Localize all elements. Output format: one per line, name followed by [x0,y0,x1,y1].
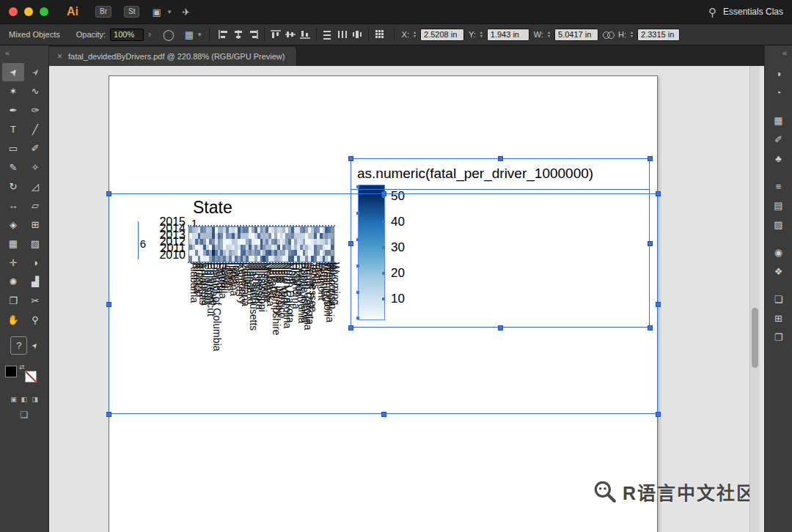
tool-rectangle[interactable]: ▭ [2,139,24,158]
draw-inside-icon[interactable]: ◨ [32,396,38,403]
align-vertical-center-icon[interactable] [284,29,297,40]
h-stepper[interactable]: ▴▾ [631,31,633,38]
tool-direct-selection[interactable]: ➢ [24,63,46,81]
tool-blend[interactable]: ◑ [24,254,46,272]
panel-swatches-icon[interactable]: ▦ [769,111,788,129]
tool-shape-builder[interactable]: ◈ [2,215,24,234]
selection-handle[interactable] [106,412,111,417]
tool-type[interactable]: T [2,120,24,138]
panel-appearance-icon[interactable]: ◉ [769,243,788,261]
recolor-artwork-icon[interactable]: ◯ [163,29,175,40]
constrain-proportions-icon[interactable] [603,31,614,39]
document-tab[interactable]: × fatal_devidedByDrivers.pdf @ 220.88% (… [49,47,297,66]
arrange-documents-chevron-icon[interactable]: ▾ [168,8,172,15]
selection-handle[interactable] [656,191,661,196]
w-field[interactable]: 5.0417 in [554,29,598,41]
transform-menu-chevron-icon[interactable]: ▾ [198,31,202,38]
workspace-switcher[interactable]: Essentials Clas [723,7,783,17]
selection-handle[interactable] [348,241,353,246]
tool-pencil[interactable]: ✎ [2,158,24,177]
tool-pen[interactable]: ✒ [2,101,24,119]
tool-column-graph[interactable]: ▟ [24,273,46,291]
opacity-field[interactable]: 100% [110,29,144,41]
selection-handle[interactable] [656,412,661,417]
tool-paintbrush[interactable]: ✐ [24,139,46,158]
tool-panel-collapse[interactable]: « [0,45,48,63]
tool-lasso[interactable]: ∿ [24,82,46,100]
panel-layers-icon[interactable]: ❏ [769,290,788,308]
panel-artboards-icon[interactable]: ⊞ [769,309,788,327]
scrollbar-thumb[interactable] [752,308,758,368]
panel-brushes-icon[interactable]: ✐ [769,130,788,148]
x-stepper[interactable]: ▴▾ [414,31,416,38]
tool-line-segment[interactable]: ╱ [24,120,46,138]
align-vertical-top-icon[interactable] [269,29,282,40]
share-icon[interactable]: ✈ [182,7,190,17]
panel-transparency-icon[interactable]: ▨ [769,215,788,233]
align-options-icon[interactable] [373,29,386,40]
distribute-horizontal-icon[interactable] [336,29,349,40]
fill-swatch[interactable] [5,366,17,377]
panel-asset-export-icon[interactable]: ❐ [769,328,788,346]
transform-menu-icon[interactable]: ▦ [185,30,194,40]
panel-gradient-icon[interactable]: ▤ [769,196,788,214]
selection-handle[interactable] [648,325,653,330]
selection-handle[interactable] [381,412,386,417]
tool-rotate[interactable]: ↻ [2,177,24,196]
align-horizontal-left-icon[interactable] [217,29,230,40]
state-axis-labels[interactable]: AlabamaAlaskaArizonaArkansasCaliforniaCo… [189,262,343,464]
tool-shaper[interactable]: ✧ [24,158,46,177]
axis-title-state[interactable]: State [193,198,232,218]
tool-symbol-sprayer[interactable]: ✺ [2,273,24,291]
distribute-vertical-icon[interactable] [321,29,334,40]
panel-stroke-icon[interactable]: ≡ [769,177,788,195]
tool-curvature[interactable]: ✑ [24,101,46,119]
tool-mesh[interactable]: ▦ [2,234,24,253]
draw-normal-icon[interactable]: ▣ [10,396,17,403]
tool-perspective-grid[interactable]: ⊞ [24,215,46,234]
year-axis-labels[interactable]: 2015201420132012201120101612 [136,216,188,265]
selection-handle[interactable] [348,156,353,161]
close-window-button[interactable] [9,7,18,16]
selection-handle[interactable] [656,302,661,307]
panel-color-guide-icon[interactable]: ◔ [769,84,788,101]
selection-handle[interactable] [381,191,386,196]
missing-tool-placeholder[interactable]: ? [10,336,27,355]
screen-mode-icon[interactable]: ❏ [0,410,48,420]
h-field[interactable]: 2.3315 in [637,29,680,41]
selection-handle[interactable] [648,156,653,161]
panel-symbols-icon[interactable]: ♣ [769,149,788,167]
panel-graphic-styles-icon[interactable]: ❖ [769,262,788,280]
align-horizontal-right-icon[interactable] [246,29,260,40]
tool-scale[interactable]: ◿ [24,177,46,196]
w-stepper[interactable]: ▴▾ [548,31,550,38]
tab-close-icon[interactable]: × [57,51,62,62]
vertical-scrollbar[interactable] [749,66,760,532]
align-vertical-bottom-icon[interactable] [298,29,312,40]
tool-artboard[interactable]: ❐ [2,292,24,310]
stroke-swatch[interactable] [25,371,37,383]
legend-title[interactable]: as.numeric(fatal_per_driver_1000000) [357,166,593,182]
draw-behind-icon[interactable]: ◧ [21,396,28,403]
legend-gradient-bar[interactable] [359,185,384,319]
tool-zoom[interactable]: ⚲ [24,311,46,329]
panel-color-icon[interactable]: ◑ [769,64,788,82]
y-field[interactable]: 1.943 in [487,29,529,41]
selection-handle[interactable] [106,302,111,307]
tool-free-transform[interactable]: ▱ [24,196,46,215]
selection-handle[interactable] [106,191,111,196]
tool-slice[interactable]: ✂ [24,292,46,310]
y-stepper[interactable]: ▴▾ [480,31,483,38]
distribute-spacing-icon[interactable] [351,29,364,40]
stock-button[interactable]: St [124,6,139,18]
selection-handle[interactable] [498,156,503,161]
tool-magic-wand[interactable]: ✶ [2,82,24,100]
tool-gradient[interactable]: ▨ [24,234,46,253]
selection-handle[interactable] [648,241,653,246]
tool-width[interactable]: ↔ [2,196,24,215]
arrange-documents-icon[interactable]: ▣ [152,7,161,17]
canvas[interactable]: State as.numeric(fatal_per_driver_100000… [49,66,764,532]
tool-hand[interactable]: ✋ [2,311,24,329]
x-field[interactable]: 2.5208 in [420,29,464,41]
zoom-window-button[interactable] [40,7,48,16]
